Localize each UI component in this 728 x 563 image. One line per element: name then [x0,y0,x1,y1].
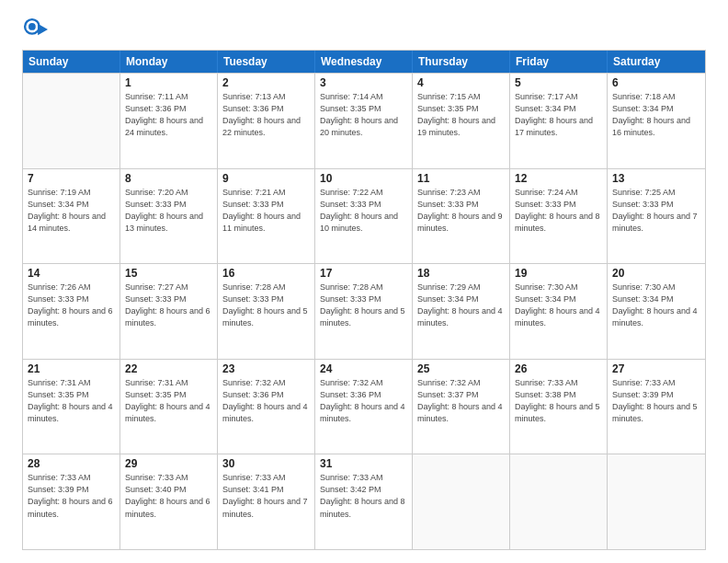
daylight-label: Daylight: 8 hours and 17 minutes. [515,116,593,137]
day-cell-3: 3Sunrise: 7:14 AMSunset: 3:35 PMDaylight… [315,74,413,168]
sunset-label: Sunset: 3:34 PM [28,200,89,209]
daylight-label: Daylight: 8 hours and 7 minutes. [222,497,308,518]
day-cell-6: 6Sunrise: 7:18 AMSunset: 3:34 PMDaylight… [608,74,705,168]
day-number: 2 [222,76,310,89]
day-cell-22: 22Sunrise: 7:31 AMSunset: 3:35 PMDayligh… [120,360,218,454]
day-info: Sunrise: 7:18 AMSunset: 3:34 PMDaylight:… [612,91,700,139]
day-number: 1 [125,76,212,89]
sunset-label: Sunset: 3:39 PM [28,485,89,494]
day-info: Sunrise: 7:33 AMSunset: 3:39 PMDaylight:… [612,377,700,425]
sunset-label: Sunset: 3:33 PM [515,200,576,209]
sunrise-label: Sunrise: 7:33 AM [612,378,676,387]
sunset-label: Sunset: 3:37 PM [417,390,479,399]
daylight-label: Daylight: 8 hours and 6 minutes. [125,306,210,327]
day-number: 24 [320,362,407,375]
day-number: 28 [28,457,115,470]
day-cell-9: 9Sunrise: 7:21 AMSunset: 3:33 PMDaylight… [218,169,315,264]
sunset-label: Sunset: 3:35 PM [125,390,187,399]
day-cell-24: 24Sunrise: 7:32 AMSunset: 3:36 PMDayligh… [315,360,413,454]
sunset-label: Sunset: 3:33 PM [28,294,89,304]
daylight-label: Daylight: 8 hours and 4 minutes. [28,402,113,423]
sunrise-label: Sunrise: 7:33 AM [125,473,188,482]
daylight-label: Daylight: 8 hours and 9 minutes. [417,212,503,233]
logo-icon [22,17,48,42]
header-cell-tuesday: Tuesday [218,51,315,73]
daylight-label: Daylight: 8 hours and 22 minutes. [222,116,301,137]
day-cell-13: 13Sunrise: 7:25 AMSunset: 3:33 PMDayligh… [608,169,705,264]
day-info: Sunrise: 7:22 AMSunset: 3:33 PMDaylight:… [320,187,407,235]
day-info: Sunrise: 7:33 AMSunset: 3:40 PMDaylight:… [125,472,212,520]
calendar-header-row: SundayMondayTuesdayWednesdayThursdayFrid… [23,51,705,73]
week-row-2: 7Sunrise: 7:19 AMSunset: 3:34 PMDaylight… [23,168,705,264]
day-info: Sunrise: 7:29 AMSunset: 3:34 PMDaylight:… [417,282,505,329]
day-number: 31 [320,457,407,470]
day-info: Sunrise: 7:32 AMSunset: 3:36 PMDaylight:… [222,377,310,425]
day-cell-28: 28Sunrise: 7:33 AMSunset: 3:39 PMDayligh… [23,454,120,549]
sunset-label: Sunset: 3:36 PM [222,104,284,113]
daylight-label: Daylight: 8 hours and 20 minutes. [320,116,398,137]
sunset-label: Sunset: 3:34 PM [612,104,674,113]
daylight-label: Daylight: 8 hours and 5 minutes. [612,402,698,423]
day-info: Sunrise: 7:23 AMSunset: 3:33 PMDaylight:… [417,187,505,235]
day-number: 29 [125,457,212,470]
sunset-label: Sunset: 3:33 PM [125,200,187,209]
sunset-label: Sunset: 3:41 PM [222,485,284,494]
day-cell-26: 26Sunrise: 7:33 AMSunset: 3:38 PMDayligh… [510,360,608,454]
sunrise-label: Sunrise: 7:30 AM [515,282,578,292]
week-row-5: 28Sunrise: 7:33 AMSunset: 3:39 PMDayligh… [23,454,705,549]
sunset-label: Sunset: 3:33 PM [417,200,479,209]
day-cell-11: 11Sunrise: 7:23 AMSunset: 3:33 PMDayligh… [413,169,510,264]
sunrise-label: Sunrise: 7:24 AM [515,188,578,197]
daylight-label: Daylight: 8 hours and 24 minutes. [125,116,203,137]
daylight-label: Daylight: 8 hours and 4 minutes. [515,306,600,327]
day-info: Sunrise: 7:25 AMSunset: 3:33 PMDaylight:… [612,187,700,235]
sunrise-label: Sunrise: 7:13 AM [222,92,286,101]
day-cell-empty [608,454,705,549]
day-number: 9 [222,172,310,185]
calendar-body: 1Sunrise: 7:11 AMSunset: 3:36 PMDaylight… [23,73,705,549]
sunrise-label: Sunrise: 7:17 AM [515,92,578,101]
day-number: 30 [222,457,310,470]
day-cell-27: 27Sunrise: 7:33 AMSunset: 3:39 PMDayligh… [608,360,705,454]
sunset-label: Sunset: 3:36 PM [320,390,381,399]
daylight-label: Daylight: 8 hours and 4 minutes. [222,402,308,423]
daylight-label: Daylight: 8 hours and 6 minutes. [28,306,113,327]
header-cell-thursday: Thursday [413,51,510,73]
sunset-label: Sunset: 3:34 PM [612,294,674,304]
day-info: Sunrise: 7:30 AMSunset: 3:34 PMDaylight:… [515,282,602,329]
day-cell-4: 4Sunrise: 7:15 AMSunset: 3:35 PMDaylight… [413,74,510,168]
calendar: SundayMondayTuesdayWednesdayThursdayFrid… [22,50,706,550]
day-info: Sunrise: 7:30 AMSunset: 3:34 PMDaylight:… [612,282,700,329]
sunrise-label: Sunrise: 7:14 AM [320,92,383,101]
day-number: 5 [515,76,602,89]
daylight-label: Daylight: 8 hours and 4 minutes. [612,306,698,327]
day-cell-25: 25Sunrise: 7:32 AMSunset: 3:37 PMDayligh… [413,360,510,454]
page: SundayMondayTuesdayWednesdayThursdayFrid… [0,0,728,563]
sunset-label: Sunset: 3:34 PM [515,294,576,304]
day-number: 18 [417,267,505,280]
day-number: 7 [28,172,115,185]
daylight-label: Daylight: 8 hours and 19 minutes. [417,116,495,137]
sunset-label: Sunset: 3:38 PM [515,390,576,399]
day-cell-30: 30Sunrise: 7:33 AMSunset: 3:41 PMDayligh… [218,454,315,549]
day-info: Sunrise: 7:19 AMSunset: 3:34 PMDaylight:… [28,187,115,235]
day-number: 25 [417,362,505,375]
day-info: Sunrise: 7:31 AMSunset: 3:35 PMDaylight:… [125,377,212,425]
sunrise-label: Sunrise: 7:21 AM [222,188,286,197]
day-number: 14 [28,267,115,280]
day-number: 8 [125,172,212,185]
header-cell-friday: Friday [510,51,608,73]
day-number: 3 [320,76,407,89]
day-info: Sunrise: 7:24 AMSunset: 3:33 PMDaylight:… [515,187,602,235]
sunrise-label: Sunrise: 7:11 AM [125,92,188,101]
day-number: 22 [125,362,212,375]
day-number: 12 [515,172,602,185]
week-row-4: 21Sunrise: 7:31 AMSunset: 3:35 PMDayligh… [23,359,705,454]
sunrise-label: Sunrise: 7:33 AM [320,473,383,482]
sunrise-label: Sunrise: 7:22 AM [320,188,383,197]
daylight-label: Daylight: 8 hours and 4 minutes. [417,402,503,423]
sunrise-label: Sunrise: 7:30 AM [612,282,676,292]
day-info: Sunrise: 7:21 AMSunset: 3:33 PMDaylight:… [222,187,310,235]
sunrise-label: Sunrise: 7:23 AM [417,188,481,197]
sunset-label: Sunset: 3:34 PM [515,104,576,113]
